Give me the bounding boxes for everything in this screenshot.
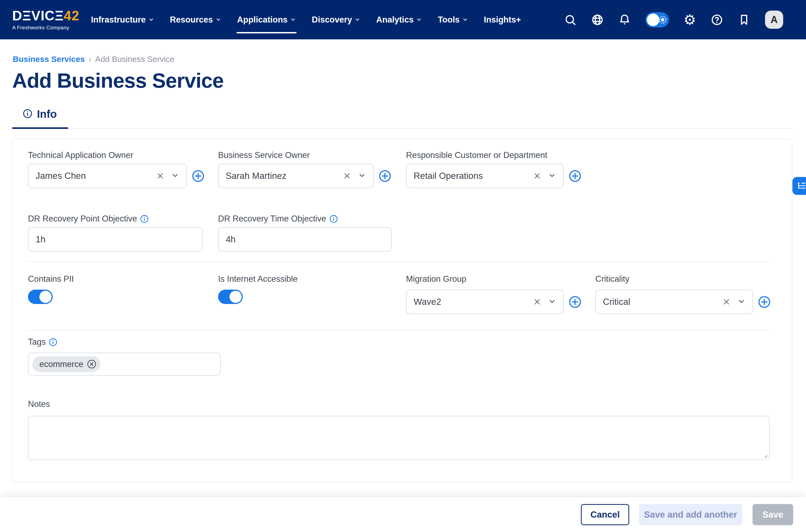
technical-application-owner-select[interactable]: James Chen <box>28 164 187 188</box>
clear-x-icon[interactable] <box>533 298 542 306</box>
info-tab-icon <box>22 109 33 120</box>
add-business-service-owner-button[interactable] <box>378 170 391 183</box>
field-dr-rpo: DR Recovery Point Objective <box>28 214 218 252</box>
field-is-internet-accessible: Is Internet Accessible <box>218 274 406 314</box>
contains-pii-toggle[interactable] <box>28 290 53 304</box>
tag-chip-label: ecommerce <box>39 359 83 369</box>
chevron-down-icon[interactable] <box>737 297 746 306</box>
breadcrumb-business-services[interactable]: Business Services <box>13 55 85 64</box>
flags-row: Contains PII Is Internet Accessible Migr… <box>28 274 769 314</box>
business-service-owner-select[interactable]: Sarah Martinez <box>218 164 374 188</box>
remove-tag-icon[interactable] <box>87 359 97 369</box>
globe-icon[interactable] <box>591 14 604 26</box>
chevron-down-icon[interactable] <box>171 171 179 180</box>
nav-resources[interactable]: Resources <box>170 0 222 39</box>
breadcrumb: Business Services › Add Business Service <box>13 55 806 64</box>
field-criticality: Criticality Critical <box>595 274 771 314</box>
tree-panel-button[interactable] <box>792 177 806 195</box>
chevron-down-icon <box>416 15 422 25</box>
toggle-knob <box>229 291 242 303</box>
nav-tools[interactable]: Tools <box>438 0 468 39</box>
field-tags: Tags ecommerce <box>28 337 769 376</box>
migration-group-select[interactable]: Wave2 <box>406 290 564 314</box>
help-icon[interactable] <box>711 14 723 26</box>
tab-info[interactable]: Info <box>12 108 68 129</box>
chevron-down-icon[interactable] <box>548 297 556 306</box>
field-migration-group: Migration Group Wave2 <box>406 274 595 314</box>
chevron-down-icon <box>290 15 296 25</box>
chevron-down-icon[interactable] <box>358 171 366 180</box>
nav-infrastructure[interactable]: Infrastructure <box>91 0 154 39</box>
notes-textarea[interactable] <box>28 416 770 460</box>
device42-logo[interactable]: DΞVICΞ42 A Freshworks Company <box>12 9 85 31</box>
resize-handle[interactable] <box>762 452 768 458</box>
criticality-label: Criticality <box>595 274 771 284</box>
nav-analytics[interactable]: Analytics <box>376 0 422 39</box>
field-contains-pii: Contains PII <box>28 274 218 314</box>
chevron-down-icon <box>462 15 468 25</box>
nav-discovery[interactable]: Discovery <box>312 0 360 39</box>
search-icon[interactable] <box>564 14 577 26</box>
clear-x-icon[interactable] <box>343 172 351 180</box>
field-notes: Notes <box>28 399 769 461</box>
logo-subtitle: A Freshworks Company <box>12 25 85 31</box>
info-icon[interactable] <box>330 215 338 223</box>
theme-toggle[interactable] <box>645 12 669 27</box>
info-icon[interactable] <box>140 215 149 223</box>
selected-value: Critical <box>603 297 630 307</box>
section-divider <box>28 330 769 331</box>
chevron-down-icon[interactable] <box>548 171 556 180</box>
clear-x-icon[interactable] <box>533 172 542 180</box>
dr-rpo-label: DR Recovery Point Objective <box>28 214 137 224</box>
criticality-select[interactable]: Critical <box>595 290 753 314</box>
bell-icon[interactable] <box>618 14 631 26</box>
save-button[interactable]: Save <box>752 504 793 525</box>
tab-bar: Info <box>12 108 793 129</box>
is-internet-accessible-toggle[interactable] <box>218 290 243 304</box>
chevron-down-icon <box>215 15 221 25</box>
add-criticality-button[interactable] <box>758 296 771 308</box>
theme-toggle-knob <box>647 14 659 26</box>
page-title: Add Business Service <box>12 69 806 92</box>
selected-value: Retail Operations <box>414 171 483 181</box>
info-icon[interactable] <box>49 338 57 346</box>
save-and-add-another-button[interactable]: Save and add another <box>639 504 742 525</box>
tab-info-label: Info <box>37 108 57 120</box>
clear-x-icon[interactable] <box>722 298 731 306</box>
sun-icon <box>658 15 667 24</box>
field-responsible-customer: Responsible Customer or Department Retai… <box>406 150 595 188</box>
contains-pii-label: Contains PII <box>28 274 218 284</box>
field-dr-rto: DR Recovery Time Objective <box>218 214 406 252</box>
notes-label: Notes <box>28 399 769 409</box>
tags-label: Tags <box>28 337 45 347</box>
field-technical-application-owner: Technical Application Owner James Chen <box>28 150 218 188</box>
nav-insights[interactable]: Insights+ <box>484 0 521 39</box>
selected-value: Sarah Martinez <box>226 171 286 181</box>
nav-applications[interactable]: Applications <box>237 0 296 39</box>
dr-rto-input[interactable] <box>218 227 392 252</box>
is-internet-accessible-label: Is Internet Accessible <box>218 274 406 284</box>
responsible-customer-select[interactable]: Retail Operations <box>406 164 564 188</box>
selected-value: Wave2 <box>414 297 441 307</box>
gear-icon[interactable]: ⚙ <box>683 14 696 26</box>
navbar-actions: ⚙ A <box>564 11 783 29</box>
breadcrumb-separator: › <box>89 55 91 64</box>
tags-input[interactable]: ecommerce <box>28 353 221 376</box>
bookmark-icon[interactable] <box>738 14 750 26</box>
avatar[interactable]: A <box>765 11 783 29</box>
logo-42: 42 <box>64 8 79 23</box>
dr-rto-label: DR Recovery Time Objective <box>218 214 326 224</box>
owners-row: Technical Application Owner James Chen B… <box>28 150 769 188</box>
business-service-owner-label: Business Service Owner <box>218 150 406 160</box>
clear-x-icon[interactable] <box>156 172 165 180</box>
toggle-knob <box>39 291 52 303</box>
cancel-button[interactable]: Cancel <box>581 504 629 525</box>
tag-chip: ecommerce <box>32 356 100 372</box>
chevron-down-icon <box>148 15 154 25</box>
add-responsible-customer-button[interactable] <box>569 170 581 183</box>
section-divider <box>28 261 769 262</box>
chevron-down-icon <box>354 15 360 25</box>
dr-rpo-input[interactable] <box>28 227 203 252</box>
add-migration-group-button[interactable] <box>569 296 581 308</box>
add-technical-application-owner-button[interactable] <box>192 170 205 183</box>
